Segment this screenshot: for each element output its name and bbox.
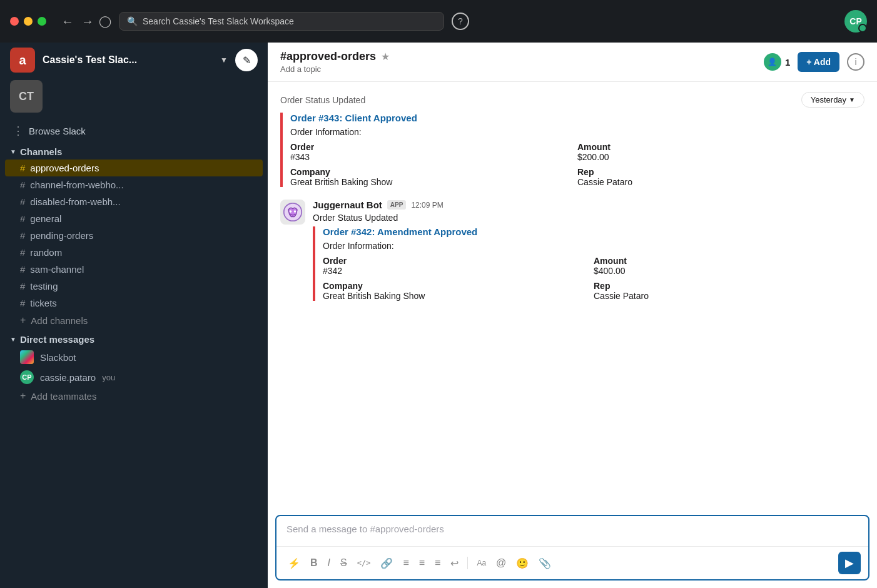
chevron-down-icon: ▼	[10, 336, 16, 343]
add-channels-item[interactable]: + Add channels	[5, 312, 263, 329]
date-badge-1[interactable]: Yesterday ▼	[801, 92, 864, 108]
date-label-1: Yesterday	[811, 95, 846, 104]
italic-button[interactable]: I	[324, 555, 334, 571]
order-card-2: Order #342: Amendment Approved Order Inf…	[313, 226, 864, 301]
forward-button[interactable]: →	[79, 12, 96, 31]
channel-item-sam-channel[interactable]: # sam-channel	[5, 261, 263, 278]
add-channels-label: Add channels	[31, 315, 88, 326]
plus-icon: +	[20, 390, 26, 402]
search-text: Search Cassie's Test Slack Workspace	[143, 16, 436, 26]
add-teammates-item[interactable]: + Add teammates	[5, 387, 263, 405]
bot-message-1: Juggernaut Bot APP 12:09 PM Order Status…	[280, 200, 864, 301]
channel-item-disabled-from-webh[interactable]: # disabled-from-webh...	[5, 193, 263, 210]
indent-button[interactable]: ≡	[431, 555, 444, 571]
plus-icon: +	[20, 315, 26, 326]
messages-area: Order Status Updated Yesterday ▼ Order #…	[268, 82, 877, 515]
search-icon: 🔍	[127, 16, 138, 26]
chevron-down-icon: ▼	[10, 148, 16, 155]
channel-item-general[interactable]: # general	[5, 210, 263, 227]
order-field: Rep Cassie Pataro	[594, 281, 864, 301]
window-controls	[10, 17, 46, 26]
add-teammates-label: Add teammates	[31, 391, 96, 402]
ct-initials: CT	[19, 90, 34, 103]
order-field-value: Great British Baking Show	[323, 291, 594, 301]
bot-time: 12:09 PM	[411, 201, 443, 210]
channel-name: testing	[30, 281, 58, 291]
maximize-button[interactable]	[38, 17, 46, 26]
order-field-label: Company	[323, 281, 594, 291]
undo-button[interactable]: ↩	[447, 555, 462, 572]
ordered-list-button[interactable]: ≡	[399, 555, 412, 571]
bot-avatar	[280, 200, 305, 225]
order-info-label-1: Order Information:	[290, 127, 864, 137]
dm-item-slackbot[interactable]: Slackbot	[5, 347, 263, 367]
channel-name: pending-orders	[30, 230, 93, 241]
order-title-2[interactable]: Order #342: Amendment Approved	[323, 226, 864, 237]
link-button[interactable]: 🔗	[377, 555, 397, 572]
channels-label: Channels	[20, 146, 63, 157]
workspace-name: Cassie's Test Slac...	[43, 54, 213, 66]
direct-messages-section-header[interactable]: ▼ Direct messages	[0, 329, 268, 347]
code-button[interactable]: </>	[353, 556, 375, 570]
members-button[interactable]: 👤 1	[764, 53, 790, 71]
main-content: #approved-orders ★ Add a topic 👤 1 + Add…	[268, 43, 877, 588]
ct-avatar[interactable]: CT	[10, 80, 43, 113]
chevron-down-icon: ▼	[849, 96, 855, 103]
order-title-1[interactable]: Order #343: Client Approved	[290, 113, 864, 123]
titlebar: ← → ◯ 🔍 Search Cassie's Test Slack Works…	[0, 0, 877, 43]
message-input-area: Send a message to #approved-orders ⚡ B I…	[275, 515, 869, 580]
channel-item-channel-from-webho[interactable]: # channel-from-webho...	[5, 176, 263, 193]
minimize-button[interactable]	[24, 17, 33, 26]
order-grid-2: Order #342 Amount $400.00 Company Great …	[323, 256, 864, 301]
channel-header-left: #approved-orders ★ Add a topic	[280, 50, 764, 74]
channel-name: random	[30, 247, 62, 258]
user-avatar[interactable]: CP	[844, 10, 867, 33]
browse-slack-item[interactable]: ⋮ Browse Slack	[0, 120, 268, 141]
strikethrough-button[interactable]: S	[337, 555, 351, 571]
bot-status-text: Order Status Updated	[313, 213, 864, 223]
compose-button[interactable]: ✎	[235, 49, 258, 71]
sidebar: a Cassie's Test Slac... ▼ ✎ CT ⋮ Browse …	[0, 43, 268, 588]
sidebar-header: a Cassie's Test Slac... ▼ ✎	[0, 43, 268, 80]
font-size-button[interactable]: Aa	[473, 556, 490, 570]
channel-item-pending-orders[interactable]: # pending-orders	[5, 227, 263, 244]
channel-item-tickets[interactable]: # tickets	[5, 295, 263, 312]
hash-icon: #	[20, 230, 25, 241]
add-button[interactable]: + Add	[798, 52, 839, 72]
back-button[interactable]: ←	[59, 12, 76, 31]
dm-name: cassie.pataro	[40, 372, 96, 383]
attachment-button[interactable]: 📎	[535, 555, 555, 572]
channel-item-testing[interactable]: # testing	[5, 278, 263, 295]
channels-section-header[interactable]: ▼ Channels	[0, 141, 268, 160]
channel-item-approved-orders[interactable]: # approved-orders	[5, 160, 263, 176]
main-layout: a Cassie's Test Slac... ▼ ✎ CT ⋮ Browse …	[0, 43, 877, 588]
info-button[interactable]: i	[847, 53, 864, 71]
star-icon[interactable]: ★	[381, 51, 390, 63]
workspace-icon: a	[10, 48, 35, 73]
bot-header: Juggernaut Bot APP 12:09 PM	[313, 200, 864, 210]
lightning-button[interactable]: ⚡	[284, 555, 304, 572]
channel-name: general	[30, 213, 61, 224]
nav-buttons: ← → ◯	[59, 12, 111, 31]
dm-item-cassie-pataro[interactable]: CP cassie.pataro you	[5, 367, 263, 387]
send-button[interactable]: ▶	[838, 552, 861, 574]
close-button[interactable]	[10, 17, 19, 26]
mention-button[interactable]: @	[492, 555, 510, 571]
order-field-label: Rep	[577, 167, 864, 177]
search-bar[interactable]: 🔍 Search Cassie's Test Slack Workspace	[119, 12, 444, 31]
bold-button[interactable]: B	[307, 555, 322, 571]
order-field: Amount $400.00	[594, 256, 864, 276]
channel-topic[interactable]: Add a topic	[280, 64, 764, 74]
channel-header: #approved-orders ★ Add a topic 👤 1 + Add…	[268, 43, 877, 82]
hash-icon: #	[20, 196, 25, 207]
hash-icon: #	[20, 163, 25, 173]
unordered-list-button[interactable]: ≡	[415, 555, 428, 571]
order-field-value: $400.00	[594, 266, 864, 276]
help-button[interactable]: ?	[452, 13, 469, 30]
channel-header-right: 👤 1 + Add i	[764, 52, 864, 72]
svg-point-2	[294, 210, 297, 213]
channel-item-random[interactable]: # random	[5, 244, 263, 261]
history-button[interactable]: ◯	[99, 14, 111, 28]
emoji-button[interactable]: 🙂	[512, 555, 532, 572]
message-input-field[interactable]: Send a message to #approved-orders	[276, 516, 868, 546]
